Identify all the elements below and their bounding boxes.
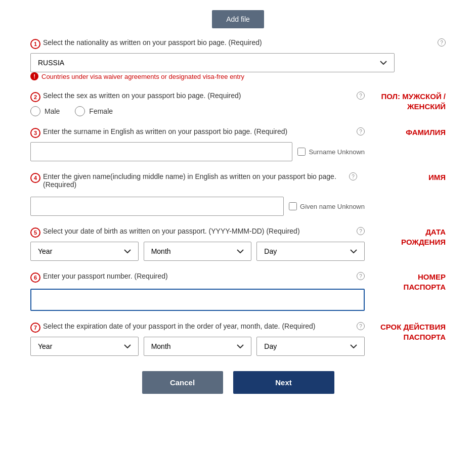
section3-main: 3 Enter the surname in English as writte… — [30, 127, 365, 161]
section7-annotation: СРОК ДЕЙСТВИЯ ПАСПОРТА — [365, 322, 446, 342]
female-radio-label[interactable]: Female — [75, 106, 113, 116]
givenname-unknown-label[interactable]: Given name Unknown — [289, 202, 365, 210]
expiry-day-select[interactable]: Day — [256, 337, 365, 356]
dob-month-select[interactable]: Month — [144, 242, 252, 261]
section6-label: 6 Enter your passport number. (Required)… — [30, 272, 365, 283]
section-sex: 2 Select the sex as written on your pass… — [30, 92, 446, 116]
step4-circle: 4 — [30, 173, 40, 183]
step3-circle: 3 — [30, 128, 40, 138]
givenname-input-group: Given name Unknown — [30, 197, 365, 216]
section5-label: 5 Select your date of birth as written o… — [30, 227, 365, 238]
dob-day-select[interactable]: Day — [256, 242, 365, 261]
expiry-month-select[interactable]: Month — [144, 337, 252, 356]
expiry-annotation-text: СРОК ДЕЙСТВИЯ ПАСПОРТА — [380, 323, 446, 341]
section3-row: 3 Enter the surname in English as writte… — [30, 127, 446, 161]
step2-circle: 2 — [30, 92, 40, 102]
help-icon-7[interactable]: ? — [357, 322, 365, 330]
surname-input-group: Surname Unknown — [30, 142, 365, 161]
section3-annotation: ФАМИЛИЯ — [365, 127, 446, 138]
section4-annotation: ИМЯ — [365, 172, 446, 183]
section7-text: Select the expiration date of your passp… — [43, 322, 354, 330]
section1-label: 1 Select the nationality as written on y… — [30, 38, 446, 49]
warning-dot: ! — [30, 72, 38, 80]
surname-input[interactable] — [30, 142, 292, 161]
passport-number-input[interactable] — [30, 289, 365, 311]
next-button[interactable]: Next — [233, 371, 334, 394]
help-icon-6[interactable]: ? — [357, 272, 365, 280]
section-passport-number: 6 Enter your passport number. (Required)… — [30, 272, 446, 311]
section6-text: Enter your passport number. (Required) — [43, 272, 354, 280]
expiry-year-select[interactable]: Year — [30, 337, 139, 356]
help-icon-2[interactable]: ? — [357, 92, 365, 100]
section5-main: 5 Select your date of birth as written o… — [30, 227, 365, 261]
page-container: Add file 1 Select the nationality as wri… — [0, 0, 476, 414]
section2-text: Select the sex as written on your passpo… — [43, 92, 354, 100]
dob-date-row: Year Month Day — [30, 242, 365, 261]
step6-circle: 6 — [30, 273, 40, 283]
section-surname: 3 Enter the surname in English as writte… — [30, 127, 446, 161]
male-radio[interactable] — [30, 106, 40, 116]
section2-main: 2 Select the sex as written on your pass… — [30, 92, 365, 116]
passport-number-annotation-text: НОМЕР ПАСПОРТА — [404, 273, 446, 291]
section6-row: 6 Enter your passport number. (Required)… — [30, 272, 446, 311]
warning-text: Countries under visa waiver agreements o… — [41, 73, 244, 80]
section2-annotation: ПОЛ: МУЖСКОЙ / ЖЕНСКИЙ — [365, 92, 446, 111]
nationality-select[interactable]: RUSSIA — [30, 53, 395, 72]
step7-circle: 7 — [30, 323, 40, 333]
step5-circle: 5 — [30, 228, 40, 238]
section7-row: 7 Select the expiration date of your pas… — [30, 322, 446, 356]
cancel-button[interactable]: Cancel — [142, 371, 223, 394]
section4-text: Enter the given name(including middle na… — [43, 172, 347, 189]
sex-radio-group: Male Female — [30, 106, 365, 116]
section4-label: 4 Enter the given name(including middle … — [30, 172, 365, 193]
sex-annotation-text: ПОЛ: МУЖСКОЙ / ЖЕНСКИЙ — [381, 92, 446, 111]
section1-text: Select the nationality as written on you… — [43, 38, 435, 47]
section7-label: 7 Select the expiration date of your pas… — [30, 322, 365, 333]
givenname-unknown-checkbox[interactable] — [289, 202, 297, 210]
section7-main: 7 Select the expiration date of your pas… — [30, 322, 365, 356]
help-icon-3[interactable]: ? — [357, 127, 365, 135]
surname-annotation-text: ФАМИЛИЯ — [406, 128, 446, 137]
step1-circle: 1 — [30, 39, 40, 49]
section2-row: 2 Select the sex as written on your pass… — [30, 92, 446, 116]
male-label: Male — [45, 107, 60, 115]
section2-label: 2 Select the sex as written on your pass… — [30, 92, 365, 102]
dob-year-select[interactable]: Year — [30, 242, 139, 261]
help-icon-4[interactable]: ? — [349, 172, 357, 180]
section-givenname: 4 Enter the given name(including middle … — [30, 172, 446, 216]
surname-unknown-text: Surname Unknown — [309, 148, 365, 156]
section6-main: 6 Enter your passport number. (Required)… — [30, 272, 365, 311]
section4-main: 4 Enter the given name(including middle … — [30, 172, 365, 216]
add-file-button[interactable]: Add file — [212, 10, 264, 28]
givenname-unknown-text: Given name Unknown — [300, 203, 365, 210]
warning-message: ! Countries under visa waiver agreements… — [30, 72, 446, 80]
expiry-date-row: Year Month Day — [30, 337, 365, 356]
surname-unknown-checkbox[interactable] — [297, 148, 306, 156]
section4-row: 4 Enter the given name(including middle … — [30, 172, 446, 216]
section-nationality: 1 Select the nationality as written on y… — [30, 38, 446, 80]
section-expiry: 7 Select the expiration date of your pas… — [30, 322, 446, 356]
section5-row: 5 Select your date of birth as written o… — [30, 227, 446, 261]
section3-label: 3 Enter the surname in English as writte… — [30, 127, 365, 138]
section3-text: Enter the surname in English as written … — [43, 127, 354, 135]
section5-text: Select your date of birth as written on … — [43, 227, 354, 235]
female-radio[interactable] — [75, 106, 85, 116]
section6-annotation: НОМЕР ПАСПОРТА — [365, 272, 446, 292]
dob-annotation-text: ДАТА РОЖДЕНИЯ — [401, 228, 446, 246]
button-row: Cancel Next — [30, 371, 446, 394]
givenname-annotation-text: ИМЯ — [428, 173, 446, 182]
section-dob: 5 Select your date of birth as written o… — [30, 227, 446, 261]
male-radio-label[interactable]: Male — [30, 106, 60, 116]
help-icon-5[interactable]: ? — [357, 227, 365, 235]
surname-unknown-label[interactable]: Surname Unknown — [297, 148, 365, 156]
female-label: Female — [89, 107, 113, 115]
help-icon-1[interactable]: ? — [438, 38, 446, 47]
section5-annotation: ДАТА РОЖДЕНИЯ — [365, 227, 446, 247]
givenname-input[interactable] — [30, 197, 284, 216]
